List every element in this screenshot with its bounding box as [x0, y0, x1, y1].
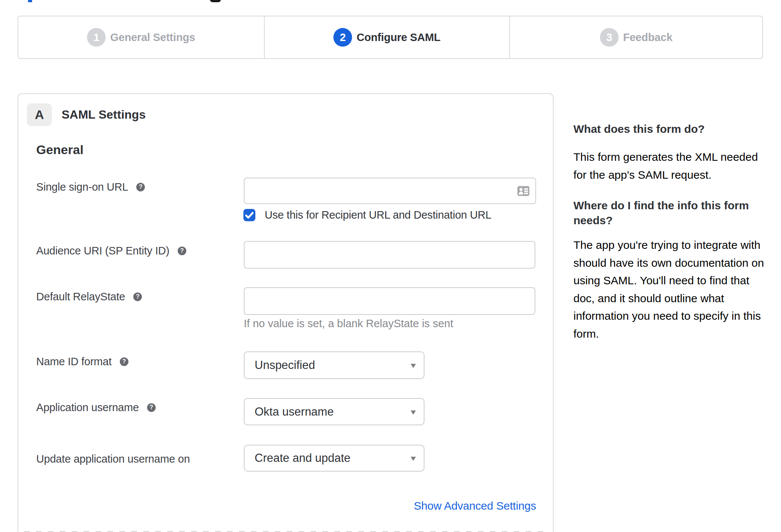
help-heading-what: What does this form do?: [573, 122, 705, 137]
update-username-label: Update application username on: [36, 453, 190, 465]
wizard-steps: 1 General Settings 2 Configure SAML 3 Fe…: [18, 16, 763, 59]
relay-state-help-icon[interactable]: ?: [133, 292, 142, 301]
sso-url-help-icon[interactable]: ?: [136, 183, 145, 191]
saml-settings-panel: A SAML Settings General Single sign-on U…: [18, 93, 554, 532]
help-line: doc, and it should outline what: [573, 290, 764, 307]
page: 1 General Settings 2 Configure SAML 3 Fe…: [0, 0, 781, 532]
help-line: This form generates the XML needed: [573, 148, 758, 166]
update-username-label-row: Update application username on: [36, 452, 190, 466]
audience-uri-label: Audience URI (SP Entity ID): [36, 245, 169, 257]
help-line: Where do I find the info this form: [573, 198, 749, 213]
step-3-circle: 3: [600, 28, 619, 47]
recipient-url-checkbox[interactable]: [243, 209, 255, 221]
step-1-circle: 1: [87, 28, 106, 47]
step-3-label: Feedback: [623, 31, 672, 44]
step-configure-saml[interactable]: 2 Configure SAML: [264, 16, 509, 58]
audience-uri-help-icon[interactable]: ?: [178, 247, 186, 255]
step-2-label: Configure SAML: [357, 31, 440, 44]
name-id-format-label-row: Name ID format ?: [36, 355, 128, 368]
checkmark-icon: [245, 212, 253, 219]
application-username-label-row: Application username ?: [36, 401, 156, 414]
dropdown-caret-icon: [411, 410, 416, 414]
page-title-fragment-dark: [210, 0, 221, 2]
relay-state-label: Default RelayState: [36, 291, 125, 303]
application-username-select[interactable]: Okta username: [244, 398, 424, 425]
dropdown-caret-icon: [411, 457, 416, 461]
step-1-label: General Settings: [110, 31, 195, 44]
step-feedback[interactable]: 3 Feedback: [509, 16, 762, 58]
help-line: information you need to specify in this: [573, 307, 764, 325]
help-line: for the app's SAML request.: [573, 166, 758, 184]
panel-title: SAML Settings: [62, 103, 146, 126]
update-username-value: Create and update: [255, 451, 351, 465]
application-username-help-icon[interactable]: ?: [147, 403, 156, 412]
name-id-format-value: Unspecified: [255, 359, 315, 372]
relay-state-input[interactable]: [244, 287, 535, 315]
name-id-format-select[interactable]: Unspecified: [244, 351, 424, 379]
name-id-format-label: Name ID format: [36, 356, 112, 368]
sso-url-label: Single sign-on URL: [36, 181, 128, 193]
sso-url-label-row: Single sign-on URL ?: [36, 180, 145, 194]
help-paragraph-what: This form generates the XML needed for t…: [573, 148, 758, 184]
audience-uri-label-row: Audience URI (SP Entity ID) ?: [36, 244, 186, 257]
dropdown-caret-icon: [411, 364, 416, 368]
relay-state-hint: If no value is set, a blank RelayState i…: [244, 317, 453, 330]
recipient-url-checkbox-label: Use this for Recipient URL and Destinati…: [265, 209, 491, 221]
sso-checkbox-row: Use this for Recipient URL and Destinati…: [243, 209, 491, 221]
group-heading-general: General: [36, 143, 84, 157]
sso-url-input[interactable]: [244, 178, 536, 204]
step-general-settings[interactable]: 1 General Settings: [18, 16, 264, 58]
help-heading-where: Where do I find the info this form needs…: [573, 198, 749, 228]
page-title-fragment-blue: [28, 0, 32, 2]
help-line: using SAML. You'll need to find that: [573, 272, 764, 290]
help-paragraph-where: The app you're trying to integrate with …: [573, 236, 764, 343]
show-advanced-settings-link[interactable]: Show Advanced Settings: [414, 500, 536, 512]
relay-state-label-row: Default RelayState ?: [36, 290, 142, 303]
update-username-select[interactable]: Create and update: [244, 445, 424, 472]
step-2-circle: 2: [333, 28, 352, 47]
help-line: needs?: [573, 213, 749, 228]
contact-card-icon: [517, 186, 529, 196]
application-username-value: Okta username: [255, 405, 334, 419]
help-line: should have its own documentation on: [573, 254, 764, 272]
help-line: The app you're trying to integrate with: [573, 236, 764, 254]
audience-uri-input[interactable]: [244, 241, 535, 269]
help-line: form.: [573, 325, 764, 343]
section-letter-badge: A: [27, 103, 52, 126]
application-username-label: Application username: [36, 401, 139, 414]
name-id-format-help-icon[interactable]: ?: [120, 357, 128, 366]
